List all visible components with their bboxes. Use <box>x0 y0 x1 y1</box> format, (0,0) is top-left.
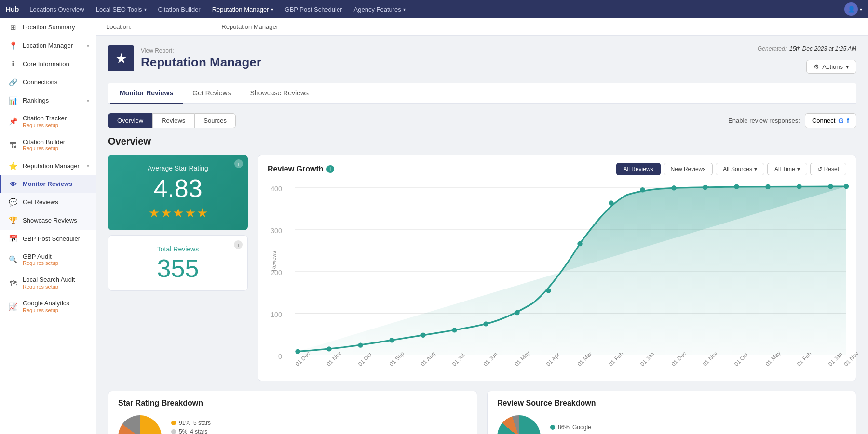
all-reviews-button[interactable]: All Reviews <box>616 163 661 175</box>
tab-showcase-reviews[interactable]: Showcase Reviews <box>241 83 318 104</box>
svg-point-10 <box>295 349 300 354</box>
legend-dot <box>171 421 176 425</box>
source-legend: 86% Google 9% Facebook 5% <box>550 424 595 434</box>
sidebar-item-citation-tracker[interactable]: 📌 Citation Tracker Requires setup <box>0 110 96 133</box>
tab-monitor-reviews[interactable]: Monitor Reviews <box>110 83 183 104</box>
svg-text:0: 0 <box>278 353 282 360</box>
avatar[interactable]: 👤 <box>844 2 858 16</box>
report-meta: Generated: 15th Dec 2023 at 1:25 AM ⚙ Ac… <box>758 45 856 74</box>
svg-point-24 <box>734 184 739 189</box>
info-icon[interactable]: i <box>234 240 243 249</box>
audit-icon: 🔍 <box>8 255 18 264</box>
connect-button-label: Connect <box>812 117 835 124</box>
star-rating-display: ★ ★ ★ ★ ★ <box>118 206 238 221</box>
user-menu[interactable]: 👤 ▾ <box>844 2 862 16</box>
chevron-down-icon: ▾ <box>846 63 849 70</box>
svg-point-12 <box>358 342 363 347</box>
analytics-icon: 📈 <box>8 302 18 311</box>
breadcrumb-section: Reputation Manager <box>221 23 278 30</box>
breakdown-row: Star Rating Breakdown 91% 5 stars 5% <box>108 391 856 434</box>
info-badge[interactable]: i <box>326 165 334 173</box>
message-icon: 💬 <box>8 198 18 207</box>
nav-gbp-post-scheduler[interactable]: GBP Post Scheduler <box>280 4 347 15</box>
all-time-button[interactable]: All Time ▾ <box>767 163 807 175</box>
svg-point-13 <box>389 338 394 342</box>
sidebar-item-monitor-reviews[interactable]: 👁 Monitor Reviews <box>0 175 96 193</box>
sidebar-item-get-reviews[interactable]: 💬 Get Reviews <box>0 193 96 211</box>
svg-text:400: 400 <box>271 185 282 193</box>
star-1: ★ <box>149 206 160 221</box>
sidebar-label: Location Manager <box>23 42 82 50</box>
subtab-reviews[interactable]: Reviews <box>152 113 194 128</box>
sidebar-item-location-manager[interactable]: 📍 Location Manager ▾ <box>0 37 96 55</box>
subtab-sources[interactable]: Sources <box>194 113 236 128</box>
connect-button[interactable]: Connect G f <box>805 113 856 128</box>
star-rating-breakdown-title: Star Rating Breakdown <box>118 399 467 408</box>
page-tabs: Monitor Reviews Get Reviews Showcase Rev… <box>108 83 856 104</box>
sidebar-label: Get Reviews <box>23 198 89 206</box>
sidebar-item-reputation-manager[interactable]: ⭐ Reputation Manager ▾ <box>0 157 96 175</box>
sidebar-label: Citation Tracker Requires setup <box>23 115 89 129</box>
star-5-half: ★ <box>197 206 208 221</box>
svg-point-15 <box>452 328 457 332</box>
svg-point-26 <box>797 184 801 189</box>
sidebar-item-local-search-audit[interactable]: 🗺 Local Search Audit Requires setup <box>0 271 96 295</box>
chart-title: Review Growth i <box>268 165 334 173</box>
legend-item: 86% Google <box>550 424 595 431</box>
reset-button[interactable]: ↺ Reset <box>810 163 846 175</box>
sidebar-item-gbp-post-scheduler[interactable]: 📅 GBP Post Scheduler <box>0 230 96 248</box>
svg-point-22 <box>671 185 676 190</box>
star-legend: 91% 5 stars 5% 4 stars 2% <box>171 420 211 434</box>
svg-point-17 <box>515 310 519 315</box>
legend-label2: Google <box>572 424 591 431</box>
sidebar-item-showcase-reviews[interactable]: 🏆 Showcase Reviews <box>0 211 96 230</box>
sidebar-label: Reputation Manager <box>23 162 82 170</box>
sidebar-item-core-information[interactable]: ℹ Core Information <box>0 55 96 73</box>
chart-controls: All Reviews New Reviews All Sources ▾ Al… <box>616 163 846 175</box>
breadcrumb-location-label: Location: <box>106 23 132 30</box>
summary-cards: i Average Star Rating 4.83 ★ ★ ★ ★ ★ <box>108 155 248 381</box>
requires-setup-label: Requires setup <box>23 145 89 152</box>
sidebar-item-rankings[interactable]: 📊 Rankings ▾ <box>0 92 96 110</box>
breadcrumb: Location: — — — — — — — — — — Reputation… <box>96 18 868 36</box>
subtab-overview[interactable]: Overview <box>108 113 152 128</box>
sidebar-label: Connections <box>23 79 89 86</box>
view-report-label: View Report: <box>141 47 261 54</box>
nav-local-seo-tools[interactable]: Local SEO Tools ▾ <box>91 4 151 15</box>
overview-title: Overview <box>108 136 856 147</box>
info-icon: ℹ <box>8 60 18 68</box>
sidebar-item-gbp-audit[interactable]: 🔍 GBP Audit Requires setup <box>0 248 96 272</box>
sidebar-item-google-analytics[interactable]: 📈 Google Analytics Requires setup <box>0 295 96 318</box>
cards-and-chart: i Average Star Rating 4.83 ★ ★ ★ ★ ★ <box>108 155 856 381</box>
sidebar-item-location-summary[interactable]: ⊞ Location Summary <box>0 18 96 37</box>
main-content: Location: — — — — — — — — — — Reputation… <box>96 18 868 434</box>
nav-reputation-manager[interactable]: Reputation Manager ▾ <box>207 4 278 15</box>
hub-brand[interactable]: Hub <box>6 5 19 13</box>
reset-icon: ↺ <box>817 166 822 172</box>
chevron-down-icon: ▾ <box>403 7 406 12</box>
sidebar-label: GBP Audit Requires setup <box>23 253 89 267</box>
sidebar-item-connections[interactable]: 🔗 Connections <box>0 73 96 92</box>
sub-tabs: Overview Reviews Sources <box>108 113 236 128</box>
nav-agency-features[interactable]: Agency Features ▾ <box>349 4 410 15</box>
tab-get-reviews[interactable]: Get Reviews <box>183 83 240 104</box>
all-sources-button[interactable]: All Sources ▾ <box>716 163 764 175</box>
sidebar-label: GBP Post Scheduler <box>23 235 89 243</box>
sidebar-item-citation-builder[interactable]: 🏗 Citation Builder Requires setup <box>0 133 96 157</box>
legend-label2: 4 stars <box>190 428 207 434</box>
generated-label: Generated: <box>758 45 787 52</box>
map-icon: 🗺 <box>8 279 18 287</box>
actions-button[interactable]: ⚙ Actions ▾ <box>806 60 856 74</box>
legend-dot <box>171 429 176 434</box>
sidebar-label: Rankings <box>23 97 82 105</box>
svg-point-20 <box>609 200 613 205</box>
svg-point-28 <box>844 184 849 189</box>
new-reviews-button[interactable]: New Reviews <box>664 163 713 175</box>
requires-setup-label: Requires setup <box>23 284 89 290</box>
legend-item: 5% 4 stars <box>171 428 211 434</box>
requires-setup-label: Requires setup <box>23 260 89 266</box>
legend-label: 86% <box>558 424 570 431</box>
calendar-icon: 📅 <box>8 235 18 243</box>
nav-citation-builder[interactable]: Citation Builder <box>153 4 205 15</box>
nav-locations-overview[interactable]: Locations Overview <box>25 4 89 15</box>
